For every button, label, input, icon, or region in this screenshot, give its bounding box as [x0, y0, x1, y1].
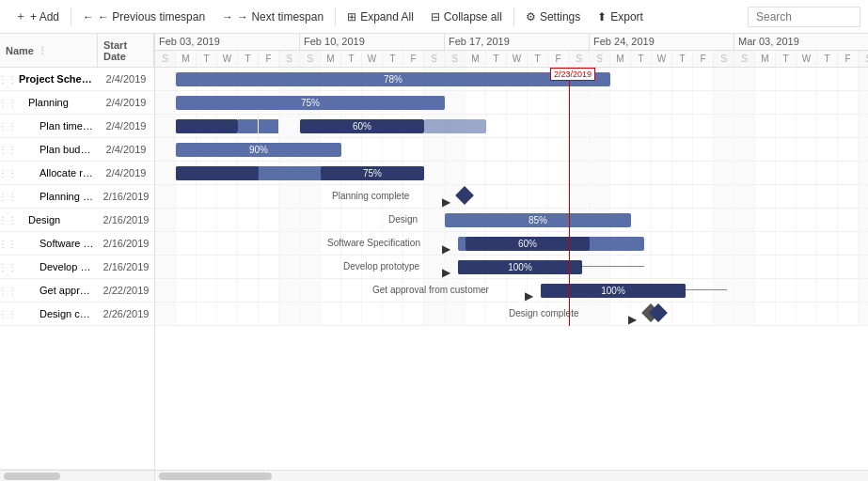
gantt-header: Feb 03, 2019Feb 10, 2019Feb 17, 2019Feb …: [155, 34, 868, 68]
hscroll[interactable]: [155, 470, 868, 481]
left-row-r7[interactable]: ⋮⋮ Design 2/16/2019: [0, 209, 154, 232]
day-cell-4-3: W: [797, 51, 817, 67]
gantt-row-r10: [155, 279, 868, 303]
row-start: 2/16/2019: [98, 261, 154, 272]
gantt-row-r4: [155, 138, 868, 162]
drag-handle[interactable]: ⋮⋮: [0, 74, 15, 85]
drag-handle[interactable]: ⋮⋮: [0, 286, 15, 296]
day-cell-2-6: S: [569, 51, 590, 67]
left-row-r6[interactable]: ⋮⋮ Planning complete 2/16/2019: [0, 185, 154, 209]
row-start: 2/4/2019: [98, 167, 154, 178]
week-label-1: Feb 10, 2019: [300, 34, 445, 50]
left-panel: Name ⋮ Start Date ⋮⋮ Project Schedule 2/…: [0, 34, 155, 481]
day-cell-4-2: T: [776, 51, 797, 67]
gantt-row-r2: [155, 91, 868, 115]
day-cell-3-1: M: [610, 51, 631, 67]
next-icon: →: [222, 10, 233, 23]
row-name: Get approval from cu...: [15, 285, 98, 296]
left-row-r1[interactable]: ⋮⋮ Project Schedule 2/4/2019: [0, 68, 154, 91]
settings-button[interactable]: ⚙ Settings: [518, 7, 588, 27]
drag-handle[interactable]: ⋮⋮: [0, 192, 15, 202]
sep2: [335, 8, 336, 26]
sort-icon[interactable]: ⋮: [38, 45, 47, 55]
drag-handle[interactable]: ⋮⋮: [0, 239, 15, 249]
sep1: [71, 8, 71, 26]
export-button[interactable]: ⬆ Export: [590, 7, 651, 27]
left-row-r3[interactable]: ⋮⋮ Plan timeline 2/4/2019: [0, 115, 154, 138]
day-cell-0-4: T: [238, 51, 259, 67]
drag-handle[interactable]: ⋮⋮: [0, 309, 15, 319]
day-cell-3-6: S: [714, 51, 734, 67]
left-scroll-thumb[interactable]: [4, 473, 60, 480]
settings-label: Settings: [540, 10, 580, 23]
left-row-r2[interactable]: ⋮⋮ Planning 2/4/2019: [0, 91, 154, 115]
sep3: [513, 8, 514, 26]
toolbar: ＋ + Add ← ← Previous timespan → → Next t…: [0, 0, 868, 34]
left-row-r11[interactable]: ⋮⋮ Design complete 2/26/2019: [0, 303, 154, 326]
expand-icon: ⊞: [347, 10, 356, 23]
row-name: Design: [15, 214, 98, 225]
gantt-row-r9: [155, 256, 868, 279]
day-cell-0-5: F: [259, 51, 279, 67]
gantt-row-r11: [155, 303, 868, 326]
left-row-r10[interactable]: ⋮⋮ Get approval from cu... 2/22/2019: [0, 279, 154, 303]
main-layout: Name ⋮ Start Date ⋮⋮ Project Schedule 2/…: [0, 34, 868, 481]
drag-handle[interactable]: ⋮⋮: [0, 215, 15, 225]
day-cell-3-3: W: [652, 51, 672, 67]
gantt-row-r1: [155, 68, 868, 91]
add-icon: ＋: [15, 8, 26, 24]
day-cell-1-2: T: [341, 51, 362, 67]
left-hscroll: [0, 470, 154, 481]
day-cell-4-6: S: [859, 51, 868, 67]
left-row-r8[interactable]: ⋮⋮ Software Specification 2/16/2019: [0, 232, 154, 256]
expand-all-button[interactable]: ⊞ Expand All: [339, 7, 421, 27]
left-rows: ⋮⋮ Project Schedule 2/4/2019 ⋮⋮ Planning…: [0, 68, 154, 326]
prev-timespan-button[interactable]: ← ← Previous timespan: [75, 7, 213, 27]
week-label-4: Mar 03, 2019: [734, 34, 868, 50]
day-cell-1-0: S: [300, 51, 321, 67]
row-start: 2/22/2019: [98, 285, 154, 296]
gantt-area: Feb 03, 2019Feb 10, 2019Feb 17, 2019Feb …: [155, 34, 868, 481]
drag-handle[interactable]: ⋮⋮: [0, 121, 15, 132]
day-cell-4-1: M: [755, 51, 776, 67]
start-header-label: Start Date: [103, 39, 148, 62]
row-start: 2/4/2019: [98, 97, 154, 108]
day-labels: SMTWTFSSMTWTFSSMTWTFSSMTWTFSSMTWTFS: [155, 51, 868, 67]
drag-handle[interactable]: ⋮⋮: [0, 98, 15, 108]
drag-handle[interactable]: ⋮⋮: [0, 262, 15, 272]
row-start: 2/16/2019: [98, 238, 154, 249]
drag-handle[interactable]: ⋮⋮: [0, 145, 15, 155]
row-start: 2/4/2019: [98, 144, 154, 155]
next-timespan-button[interactable]: → → Next timespan: [214, 7, 331, 27]
prev-label: ← Previous timespan: [98, 10, 205, 23]
name-column-header: Name ⋮: [0, 34, 98, 67]
left-row-r9[interactable]: ⋮⋮ Develop prototype 2/16/2019: [0, 256, 154, 279]
left-row-r4[interactable]: ⋮⋮ Plan budget 2/4/2019: [0, 138, 154, 162]
empty-space: [0, 326, 154, 470]
drag-handle[interactable]: ⋮⋮: [0, 168, 15, 178]
row-start: 2/26/2019: [98, 308, 154, 319]
day-cell-4-5: F: [838, 51, 859, 67]
day-cell-2-3: W: [507, 51, 528, 67]
left-row-r5[interactable]: ⋮⋮ Allocate resources 2/4/2019: [0, 162, 154, 185]
name-header-label: Name: [6, 45, 34, 56]
week-label-2: Feb 17, 2019: [445, 34, 590, 50]
search-input[interactable]: [748, 7, 860, 27]
day-cell-2-0: S: [445, 51, 466, 67]
row-name: Planning complete: [15, 191, 98, 202]
day-cell-0-2: T: [197, 51, 217, 67]
row-name: Design complete: [15, 308, 98, 319]
start-column-header: Start Date: [98, 34, 154, 67]
day-cell-4-4: T: [817, 51, 838, 67]
day-cell-0-1: M: [176, 51, 197, 67]
add-button[interactable]: ＋ + Add: [8, 5, 67, 28]
collapse-icon: ⊟: [431, 10, 440, 23]
collapse-all-button[interactable]: ⊟ Collapse all: [423, 7, 510, 27]
day-cell-1-4: T: [383, 51, 403, 67]
day-cell-3-2: T: [631, 51, 652, 67]
row-name: Plan budget: [15, 144, 98, 155]
row-start: 2/16/2019: [98, 214, 154, 225]
hscroll-thumb[interactable]: [159, 473, 272, 480]
day-cell-2-2: T: [486, 51, 507, 67]
prev-icon: ←: [83, 10, 94, 23]
